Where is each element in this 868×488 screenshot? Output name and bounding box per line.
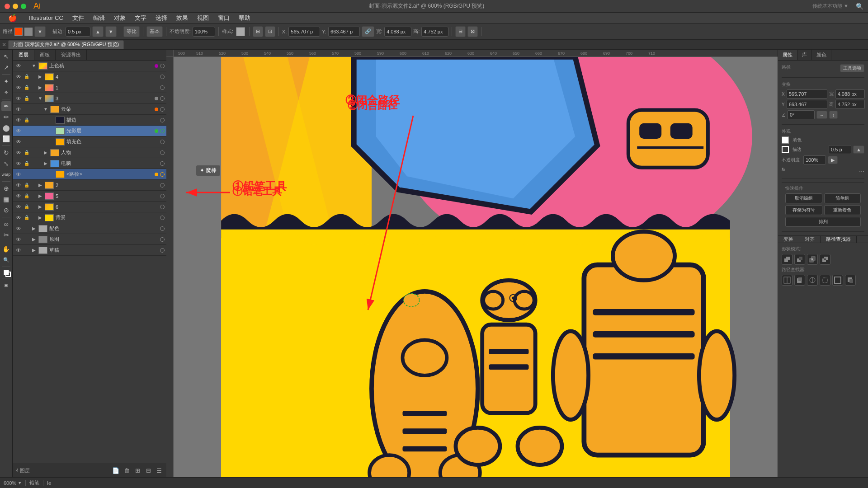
- props-h-input[interactable]: [835, 100, 865, 109]
- menu-effect[interactable]: 效果: [172, 13, 193, 23]
- stroke-down-btn[interactable]: ▼: [105, 26, 117, 37]
- layer-row-tianc[interactable]: 👁 填充色: [13, 136, 166, 147]
- layer-row-guangy[interactable]: 👁 光影层: [13, 126, 166, 136]
- pen-tool[interactable]: ✒: [1, 101, 11, 111]
- stroke-swatch[interactable]: [782, 146, 789, 153]
- eyedropper-tool[interactable]: ⊘: [1, 205, 11, 215]
- recolor-btn[interactable]: 重新着色: [824, 205, 861, 215]
- layer-eye-peis[interactable]: 👁: [15, 225, 22, 232]
- menu-edit[interactable]: 编辑: [89, 13, 109, 23]
- menu-view[interactable]: 视图: [193, 13, 213, 23]
- tab-align[interactable]: 对齐: [799, 236, 821, 243]
- layer-eye-5[interactable]: 👁: [15, 192, 22, 200]
- layer-expand-peis[interactable]: ▶: [31, 226, 37, 231]
- layer-expand-shangse[interactable]: ▼: [31, 63, 37, 69]
- layer-row-3[interactable]: 👁 🔒 ▼ 3: [13, 93, 166, 104]
- layer-row-1[interactable]: 👁 🔒 ▶ 1: [13, 82, 166, 93]
- h-input[interactable]: [421, 27, 448, 37]
- eraser-tool[interactable]: ⬜: [1, 134, 11, 144]
- layer-lock-dianl[interactable]: 🔒: [23, 160, 30, 167]
- layer-eye-caog[interactable]: 👁: [15, 247, 22, 254]
- canvas-content[interactable]: ①铅笔工具 ②闭合路径 ✦ 魔棒 ①铅笔工具 ②闭: [174, 57, 778, 477]
- magic-wand-tool[interactable]: ✦: [1, 76, 11, 86]
- close-button[interactable]: [5, 4, 10, 9]
- layer-lock-4[interactable]: 🔒: [23, 73, 30, 80]
- layer-eye-miaob[interactable]: 👁: [15, 117, 22, 124]
- align-btns[interactable]: ⊟: [455, 26, 466, 37]
- layer-expand-3[interactable]: ▼: [38, 96, 43, 101]
- props-stroke-width[interactable]: [829, 145, 851, 154]
- stroke-up-btn2[interactable]: ▲: [853, 145, 864, 154]
- fill-swatch[interactable]: [782, 136, 789, 144]
- apple-menu[interactable]: 🍎: [4, 13, 22, 23]
- layer-row-renwu[interactable]: 👁 🔒 ▶ 人物: [13, 147, 166, 158]
- style-label[interactable]: 基本: [146, 26, 163, 37]
- props-w-input[interactable]: [835, 89, 865, 99]
- shape-builder-tool[interactable]: ⊕: [1, 183, 11, 193]
- search-icon[interactable]: 🔍: [856, 3, 863, 10]
- zoom-tool[interactable]: 🔍: [1, 255, 11, 265]
- layer-expand-4[interactable]: ▶: [38, 74, 43, 80]
- layer-row-yuant[interactable]: 👁 ▶ 原图: [13, 234, 166, 245]
- layer-row-dianl[interactable]: 👁 🔒 ▶ 电脑: [13, 158, 166, 169]
- props-tool-options-btn[interactable]: 工具选项: [840, 64, 864, 72]
- props-x-input[interactable]: [787, 89, 827, 99]
- canvas-area[interactable]: 500 510 520 530 540 550 560 570 580 590 …: [166, 50, 778, 477]
- layer-row-luj[interactable]: 👁 <路径>: [13, 169, 166, 180]
- hand-tool[interactable]: ✋: [1, 244, 11, 254]
- distribute-btns[interactable]: ⊠: [467, 26, 478, 37]
- layer-expand-caog[interactable]: ▶: [31, 248, 37, 253]
- menu-illustrator[interactable]: Illustrator CC: [24, 14, 68, 22]
- layer-row-2[interactable]: 👁 🔒 ▶ 2: [13, 180, 166, 191]
- intersect-btn[interactable]: [807, 254, 818, 265]
- more-btn[interactable]: ...: [859, 166, 864, 173]
- tab-props-library[interactable]: 库: [797, 50, 812, 60]
- fill-color-swatch[interactable]: [24, 28, 33, 36]
- exclude-btn[interactable]: [820, 254, 830, 265]
- expand-btn2[interactable]: 简单组: [824, 193, 861, 203]
- minus-btn[interactable]: [794, 254, 805, 265]
- new-layer-btn[interactable]: 📄: [111, 466, 120, 475]
- tab-props-color[interactable]: 颜色: [812, 50, 831, 60]
- layer-row-yunluo[interactable]: 👁 ▼ 云朵: [13, 104, 166, 115]
- menu-help[interactable]: 帮助: [234, 13, 255, 23]
- props-angle-input[interactable]: [788, 110, 815, 119]
- flip-h-btn[interactable]: ↔: [816, 111, 827, 119]
- fullscreen-button[interactable]: [21, 4, 26, 9]
- layer-eye-beij[interactable]: 👁: [15, 214, 22, 221]
- layer-lock-3[interactable]: 🔒: [23, 95, 30, 102]
- pencil-tool[interactable]: ✏: [1, 112, 11, 122]
- layer-eye-6[interactable]: 👁: [15, 203, 22, 211]
- stroke-up-btn[interactable]: ▲: [92, 26, 104, 37]
- stroke-color-swatch[interactable]: [14, 28, 23, 36]
- blend-tool[interactable]: ∞: [1, 219, 11, 229]
- layer-expand-renwu[interactable]: ▶: [43, 150, 48, 155]
- layer-row-5[interactable]: 👁 🔒 ▶ 5: [13, 191, 166, 202]
- layer-lock-beij[interactable]: 🔒: [23, 214, 30, 221]
- layer-eye-shangse[interactable]: 👁: [15, 62, 22, 70]
- layer-row-shangse[interactable]: 👁 ▼ 上色稿: [13, 61, 166, 71]
- tab-transform[interactable]: 变换: [778, 236, 799, 243]
- layer-row-beij[interactable]: 👁 🔒 ▶ 背景: [13, 212, 166, 223]
- unite-btn[interactable]: [782, 254, 793, 265]
- expand-btn[interactable]: ▼: [34, 26, 46, 37]
- layer-expand-beij[interactable]: ▶: [38, 215, 43, 221]
- duplicate-btn[interactable]: ⊟: [144, 466, 153, 475]
- scale-tool[interactable]: ⤡: [1, 159, 11, 169]
- opacity-input[interactable]: [193, 27, 215, 37]
- layer-expand-dianl[interactable]: ▶: [43, 161, 48, 166]
- layer-row-6[interactable]: 👁 🔒 ▶ 6: [13, 202, 166, 212]
- align-btn-full[interactable]: 排列: [785, 217, 861, 227]
- layer-lock-5[interactable]: 🔒: [23, 192, 30, 200]
- perspective-btn[interactable]: ⊞: [253, 26, 263, 37]
- layer-row-miaob[interactable]: 👁 🔒 描边: [13, 115, 166, 126]
- save-symbol-btn[interactable]: 存储为符号: [785, 205, 822, 215]
- select-tool[interactable]: ↖: [1, 52, 11, 61]
- layer-eye-1[interactable]: 👁: [15, 84, 22, 91]
- cancel-group-btn[interactable]: 取消编组: [785, 193, 822, 203]
- options-btn[interactable]: ☰: [155, 466, 164, 475]
- link-btn[interactable]: 🔗: [362, 26, 374, 37]
- w-input[interactable]: [384, 27, 411, 37]
- crop-btn[interactable]: [820, 275, 830, 286]
- x-input[interactable]: [288, 27, 320, 37]
